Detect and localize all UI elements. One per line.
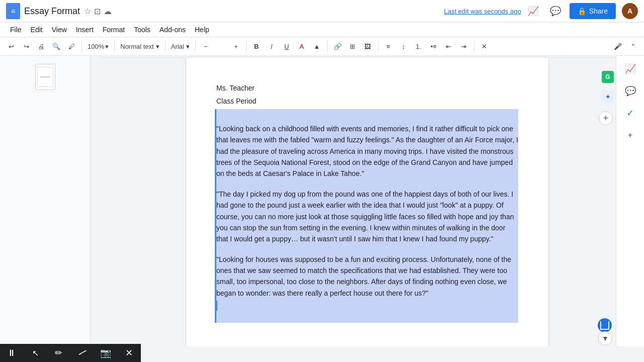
menu-bar: File Edit View Insert Format Tools Add-o… bbox=[0, 23, 644, 37]
selected-text-region: "Looking back on a childhood filled with… bbox=[215, 109, 518, 323]
text-style-value: Normal text bbox=[120, 43, 153, 50]
expand-icon-btn[interactable]: + bbox=[621, 126, 639, 144]
font-family-value: Arial bbox=[171, 43, 184, 50]
paragraph-2[interactable]: "The day I picked my dog up from the pou… bbox=[216, 189, 518, 245]
left-sidebar bbox=[0, 56, 91, 346]
bold-button[interactable]: B bbox=[250, 39, 264, 53]
table-button[interactable]: ⊞ bbox=[346, 39, 360, 53]
share-lock-icon: 🔒 bbox=[578, 7, 586, 15]
comments-icon-btn[interactable]: 💬 bbox=[547, 3, 564, 19]
paragraph-1-text: "Looking back on a childhood filled with… bbox=[216, 125, 518, 178]
page-thumbnail[interactable] bbox=[35, 64, 55, 90]
title-icons: ☆ ⊡ ☁ bbox=[84, 7, 112, 16]
sync-status-indicator bbox=[598, 318, 612, 332]
paragraph-3-text: "Looking for houses was supposed to be a… bbox=[216, 255, 511, 297]
last-edit-status[interactable]: Last edit was seconds ago bbox=[444, 8, 521, 15]
menu-file[interactable]: File bbox=[6, 24, 26, 36]
font-size-decrease-button[interactable]: − bbox=[199, 39, 213, 53]
top-bar: Essay Format ☆ ⊡ ☁ Last edit was seconds… bbox=[0, 0, 644, 23]
text-cursor bbox=[216, 301, 217, 311]
top-right-actions: 📈 💬 🔒 Share A bbox=[525, 3, 638, 19]
bottom-toolbar: ⏸ ↖ ✏ / 📷 ✕ bbox=[0, 344, 141, 362]
cursor-area bbox=[216, 299, 518, 319]
document-area[interactable]: | 1 2 3 4 5 6 7 Ms. Teacher Class Period bbox=[91, 56, 644, 346]
toolbar-separator-5 bbox=[246, 40, 247, 52]
menu-tools[interactable]: Tools bbox=[130, 24, 154, 36]
link-button[interactable]: 🔗 bbox=[331, 39, 345, 53]
spellcheck-button[interactable]: 🔍 bbox=[49, 39, 63, 53]
font-family-select[interactable]: Arial ▾ bbox=[169, 39, 192, 53]
paragraph-1[interactable]: "Looking back on a childhood filled with… bbox=[216, 123, 518, 179]
user-avatar[interactable]: A bbox=[622, 3, 638, 19]
header-line-2: Class Period bbox=[216, 96, 518, 107]
redo-button[interactable]: ↪ bbox=[19, 39, 33, 53]
navigate-next-button[interactable]: ▼ bbox=[598, 331, 612, 345]
line-spacing-button[interactable]: ↕ bbox=[396, 39, 411, 53]
selection-spacer-top bbox=[216, 113, 518, 123]
undo-button[interactable]: ↩ bbox=[4, 39, 18, 53]
underline-button[interactable]: U bbox=[280, 39, 294, 53]
toolbar-separator-3 bbox=[165, 40, 166, 52]
toolbar-separator-1 bbox=[82, 40, 82, 52]
menu-format[interactable]: Format bbox=[99, 24, 129, 36]
folder-icon[interactable]: ⊡ bbox=[94, 7, 101, 16]
toolbar-separator-6 bbox=[327, 40, 328, 52]
toolbar-separator-2 bbox=[114, 40, 115, 52]
close-bottom-bar-button[interactable]: ✕ bbox=[117, 344, 141, 362]
grammarly-badge[interactable]: G bbox=[602, 71, 614, 83]
comment-icon-btn[interactable]: 💬 bbox=[621, 82, 639, 100]
menu-add-ons[interactable]: Add-ons bbox=[155, 24, 190, 36]
chart-icon-btn[interactable]: 📈 bbox=[525, 3, 541, 19]
collapse-toolbar-button[interactable]: ⌃ bbox=[626, 39, 640, 53]
share-label: Share bbox=[589, 7, 608, 15]
pause-button[interactable]: ⏸ bbox=[0, 344, 24, 362]
menu-edit[interactable]: Edit bbox=[27, 24, 47, 36]
print-button[interactable]: 🖨 bbox=[34, 39, 48, 53]
zoom-value: 100% bbox=[88, 43, 104, 50]
toolbar-separator-7 bbox=[378, 40, 378, 52]
clear-formatting-button[interactable]: ✕ bbox=[477, 39, 492, 53]
google-docs-icon bbox=[6, 3, 20, 19]
pen-tool-button[interactable]: ✏ bbox=[47, 344, 70, 362]
menu-help[interactable]: Help bbox=[191, 24, 213, 36]
toolbar-separator-8 bbox=[474, 40, 474, 52]
italic-button[interactable]: I bbox=[265, 39, 279, 53]
numbered-list-button[interactable]: 1. bbox=[412, 39, 426, 53]
highlight-button[interactable]: ▲ bbox=[310, 39, 324, 53]
toolbar: ↩ ↪ 🖨 🔍 🖊 100% ▾ Normal text ▾ Arial ▾ −… bbox=[0, 37, 644, 56]
header-line-1: Ms. Teacher bbox=[216, 82, 518, 94]
increase-indent-button[interactable]: ⇥ bbox=[457, 39, 471, 53]
star-icon[interactable]: ☆ bbox=[84, 7, 91, 16]
style-chevron-icon: ▾ bbox=[156, 43, 159, 50]
bulleted-list-button[interactable]: •≡ bbox=[427, 39, 441, 53]
cloud-icon[interactable]: ☁ bbox=[104, 7, 112, 16]
menu-insert[interactable]: Insert bbox=[72, 24, 98, 36]
zoom-chevron-icon: ▾ bbox=[105, 43, 109, 50]
right-sidebar: 📈 💬 ✓ + bbox=[616, 56, 644, 346]
font-chevron-icon: ▾ bbox=[186, 43, 190, 50]
document-title[interactable]: Essay Format bbox=[24, 6, 80, 17]
font-size-increase-button[interactable]: + bbox=[229, 39, 243, 53]
font-size-input[interactable] bbox=[214, 43, 228, 50]
ai-badge[interactable]: ✦ bbox=[602, 91, 614, 103]
image-button[interactable]: 🖼 bbox=[361, 39, 375, 53]
add-button[interactable]: + bbox=[599, 111, 613, 125]
zoom-select[interactable]: 100% ▾ bbox=[85, 39, 111, 53]
check-icon-btn[interactable]: ✓ bbox=[621, 104, 639, 122]
toolbar-separator-4 bbox=[195, 40, 196, 52]
cursor-tool-button[interactable]: ↖ bbox=[24, 344, 47, 362]
main-area: | 1 2 3 4 5 6 7 Ms. Teacher Class Period bbox=[0, 56, 644, 346]
text-style-select[interactable]: Normal text ▾ bbox=[118, 39, 162, 53]
share-button[interactable]: 🔒 Share bbox=[570, 3, 616, 19]
align-button[interactable]: ≡ bbox=[381, 39, 395, 53]
decrease-indent-button[interactable]: ⇤ bbox=[442, 39, 456, 53]
paragraph-2-text: "The day I picked my dog up from the pou… bbox=[216, 190, 514, 243]
document-page: Ms. Teacher Class Period "Looking back o… bbox=[186, 57, 548, 346]
text-color-button[interactable]: A bbox=[295, 39, 309, 53]
paint-format-button[interactable]: 🖊 bbox=[64, 39, 78, 53]
video-camera-button[interactable]: 📷 bbox=[94, 344, 118, 362]
menu-view[interactable]: View bbox=[48, 24, 71, 36]
paragraph-3[interactable]: "Looking for houses was supposed to be a… bbox=[216, 254, 518, 299]
voice-input-button[interactable]: 🎤 bbox=[611, 39, 625, 53]
trend-icon-btn[interactable]: 📈 bbox=[621, 60, 639, 78]
